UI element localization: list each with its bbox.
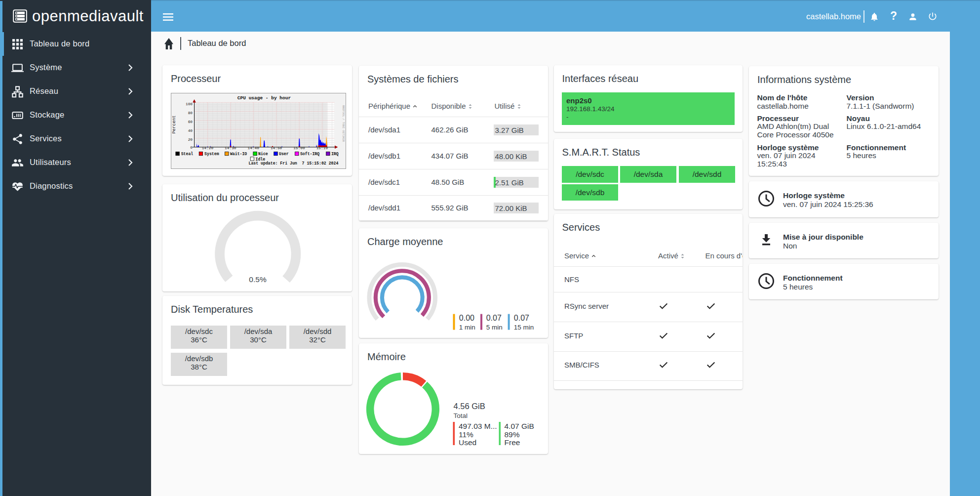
svg-text:100: 100 [186, 102, 193, 106]
svg-text:Percent: Percent [172, 116, 177, 134]
svg-text:Last update: Fri Jun 7 15:15:: Last update: Fri Jun 7 15:15:02 2024 [249, 161, 339, 165]
svg-text:15:10: 15:10 [316, 146, 328, 150]
svg-text:0: 0 [190, 146, 193, 150]
svg-text:14:50: 14:50 [271, 146, 282, 150]
svg-text:80: 80 [188, 111, 193, 115]
svg-text:CPU usage - by hour: CPU usage - by hour [237, 95, 291, 101]
svg-text:Soft-IRQ: Soft-IRQ [300, 152, 319, 156]
svg-text:40: 40 [188, 129, 193, 133]
svg-text:20: 20 [188, 138, 193, 142]
svg-text:IRQ: IRQ [331, 152, 339, 156]
svg-text:RRDTOOL / TOBI OETIKER: RRDTOOL / TOBI OETIKER [342, 105, 345, 142]
svg-text:15:00: 15:00 [293, 146, 305, 150]
svg-text:Wait-IO: Wait-IO [230, 152, 247, 156]
svg-text:System: System [204, 152, 219, 156]
svg-text:Steal: Steal [181, 152, 194, 156]
svg-text:14:20: 14:20 [202, 146, 214, 150]
svg-text:User: User [279, 152, 289, 156]
svg-text:60: 60 [188, 120, 193, 124]
svg-text:14:30: 14:30 [225, 146, 236, 150]
svg-text:14:40: 14:40 [247, 146, 259, 150]
svg-text:Nice: Nice [258, 152, 268, 156]
